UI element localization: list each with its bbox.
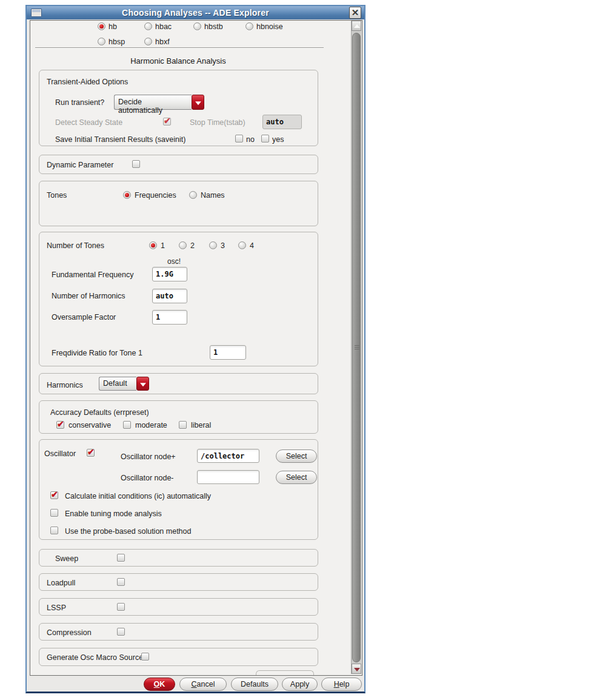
desktop-canvas: Choosing Analyses -- ADE Explorer ✕ hb h…	[0, 0, 614, 700]
radio-tones-1-label: 1	[161, 241, 165, 250]
number-of-harmonics-input[interactable]	[152, 289, 187, 303]
loadpull-checkbox[interactable]	[117, 578, 125, 586]
sweep-checkbox[interactable]	[117, 554, 125, 562]
moderate-checkbox[interactable]	[123, 421, 131, 429]
radio-frequencies-label: Frequencies	[135, 191, 176, 200]
harmonics-dropdown[interactable]: Default	[99, 377, 149, 391]
run-transient-value[interactable]: Decide automatically	[114, 95, 192, 110]
dynamic-parameter-label: Dynamic Parameter	[47, 161, 113, 169]
freqdivide-ratio-label: Freqdivide Ratio for Tone 1	[52, 349, 142, 357]
dynamic-parameter-checkbox[interactable]	[132, 160, 140, 168]
compression-label: Compression	[47, 628, 92, 637]
scrollbar-thumb[interactable]	[352, 33, 361, 662]
oversample-factor-input[interactable]	[152, 310, 187, 325]
run-transient-dropdown[interactable]: Decide automatically	[114, 95, 204, 110]
radio-tones-3[interactable]	[209, 241, 217, 249]
stop-time-input[interactable]	[262, 115, 302, 129]
conservative-label: conservative	[68, 421, 111, 429]
radio-hbac[interactable]	[144, 22, 152, 30]
sweep-label: Sweep	[55, 554, 78, 563]
lssp-checkbox[interactable]	[117, 603, 125, 611]
defaults-button[interactable]: Defaults	[231, 678, 278, 691]
radio-frequencies[interactable]	[123, 191, 131, 199]
stop-time-label: Stop Time(tstab)	[190, 118, 245, 127]
radio-hbxf[interactable]	[144, 38, 152, 45]
oscillator-checkbox[interactable]	[87, 449, 95, 457]
separator	[35, 47, 324, 49]
select-node-plus-button[interactable]: Select	[276, 449, 317, 463]
saveinit-label: Save Initial Transient Results (saveinit…	[55, 135, 185, 144]
saveinit-yes-checkbox[interactable]	[261, 135, 269, 143]
apply-button[interactable]: Apply	[282, 678, 318, 691]
scrollbar-grip-icon	[355, 345, 359, 349]
tones-group: Tones Frequencies Names	[39, 181, 318, 226]
compression-group: Compression	[39, 623, 318, 641]
calc-initial-conditions-label: Calculate initial conditions (ic) automa…	[65, 492, 211, 500]
radio-hb[interactable]	[98, 22, 105, 30]
radio-tones-3-label: 3	[221, 241, 225, 250]
harmonics-group: Harmonics Default	[39, 373, 318, 394]
radio-names[interactable]	[189, 191, 197, 199]
oscillator-node-minus-label: Oscillator node-	[121, 474, 174, 482]
dynamic-parameter-group: Dynamic Parameter	[39, 155, 318, 174]
radio-names-label: Names	[201, 191, 225, 200]
run-transient-label: Run transient?	[55, 98, 104, 107]
osc-tag: osc!	[167, 257, 181, 266]
cancel-button[interactable]: Cancel	[179, 678, 227, 691]
radio-tones-1[interactable]	[149, 241, 157, 249]
radio-tones-4[interactable]	[238, 241, 246, 249]
radio-hbstb-label: hbstb	[204, 22, 223, 31]
accuracy-defaults-title: Accuracy Defaults (errpreset)	[50, 408, 149, 417]
fundamental-frequency-input[interactable]	[152, 267, 187, 281]
form-content: hb hbac hbstb hbnoise hbsp hbxf Harmonic…	[30, 21, 352, 675]
number-of-harmonics-label: Number of Harmonics	[52, 292, 125, 300]
oscillator-node-plus-input[interactable]	[197, 449, 259, 463]
generate-osc-macro-label: Generate Osc Macro Source	[47, 653, 143, 662]
help-button[interactable]: Help	[321, 678, 362, 691]
harmonics-value[interactable]: Default	[99, 377, 136, 391]
radio-hbnoise-label: hbnoise	[256, 22, 283, 31]
loadpull-group: Loadpull	[39, 573, 318, 591]
freqdivide-ratio-input[interactable]	[210, 345, 246, 360]
tuning-mode-checkbox[interactable]	[50, 509, 58, 517]
generate-osc-macro-checkbox[interactable]	[141, 653, 149, 661]
compression-checkbox[interactable]	[117, 628, 125, 636]
detect-steady-checkbox[interactable]	[163, 118, 171, 126]
dialog-footer: OK Cancel Defaults Apply Help	[27, 678, 364, 692]
liberal-checkbox[interactable]	[179, 421, 187, 429]
conservative-checkbox[interactable]	[56, 421, 64, 429]
radio-hbnoise[interactable]	[245, 22, 253, 30]
scroll-down-icon[interactable]	[352, 664, 361, 674]
scroll-up-icon[interactable]	[352, 21, 361, 31]
dropdown-arrow-icon[interactable]	[192, 95, 204, 110]
saveinit-no-checkbox[interactable]	[235, 135, 243, 143]
radio-hbxf-label: hbxf	[155, 38, 170, 46]
probe-based-checkbox[interactable]	[50, 527, 58, 534]
radio-tones-4-label: 4	[250, 241, 254, 250]
dropdown-arrow-icon[interactable]	[136, 377, 149, 391]
sweep-group: Sweep	[39, 549, 318, 567]
select-node-minus-button[interactable]: Select	[276, 471, 317, 484]
window-menu-icon[interactable]	[31, 8, 42, 17]
ok-button[interactable]: OK	[144, 678, 175, 691]
oscillator-node-plus-label: Oscillator node+	[121, 453, 176, 461]
generate-osc-macro-group: Generate Osc Macro Source	[39, 648, 318, 666]
title-bar[interactable]: Choosing Analyses -- ADE Explorer ✕	[27, 6, 364, 19]
moderate-label: moderate	[135, 421, 167, 429]
probe-based-label: Use the probe-based solution method	[65, 527, 191, 536]
vertical-scrollbar[interactable]	[351, 21, 361, 674]
radio-hbsp[interactable]	[98, 38, 105, 45]
close-icon[interactable]: ✕	[349, 7, 361, 19]
oscillator-label: Oscillator	[44, 449, 76, 458]
fundamental-frequency-label: Fundamental Frequency	[52, 271, 134, 279]
transient-group-title: Transient-Aided Options	[47, 78, 128, 86]
lssp-label: LSSP	[47, 604, 66, 612]
radio-tones-2-label: 2	[190, 241, 195, 250]
radio-tones-2[interactable]	[179, 241, 187, 249]
calc-initial-conditions-checkbox[interactable]	[50, 491, 58, 499]
window-title: Choosing Analyses -- ADE Explorer	[27, 8, 364, 18]
lssp-group: LSSP	[39, 598, 318, 616]
loadpull-label: Loadpull	[47, 579, 75, 587]
oscillator-node-minus-input[interactable]	[197, 470, 259, 484]
radio-hbstb[interactable]	[193, 22, 201, 30]
